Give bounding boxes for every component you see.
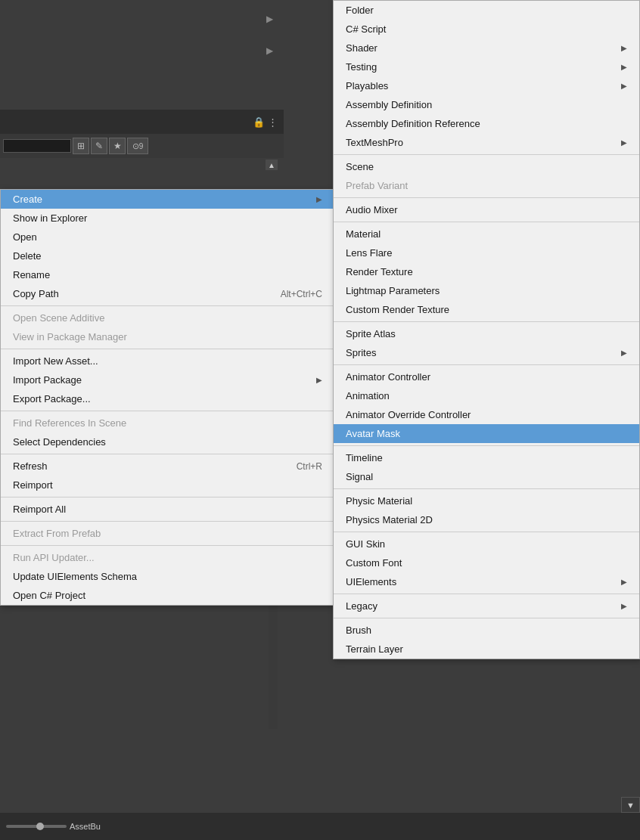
right-menu-item-physics-material-2d[interactable]: Physics Material 2D: [334, 510, 639, 529]
right-menu-item-audio-mixer[interactable]: Audio Mixer: [334, 200, 639, 219]
icon-btn-2[interactable]: ✎: [91, 138, 107, 154]
menu-item-label: Testing: [346, 61, 377, 73]
left-menu-item-create[interactable]: Create▶: [1, 190, 334, 209]
left-menu-item-delete[interactable]: Delete: [1, 246, 334, 265]
menu-item-label: Reimport All: [13, 504, 66, 515]
right-menu-item-uielements[interactable]: UIElements▶: [334, 572, 639, 591]
left-menu-item-show-in-explorer[interactable]: Show in Explorer: [1, 209, 334, 228]
left-menu-item-update-uielements[interactable]: Update UIElements Schema: [1, 567, 334, 586]
left-menu-item-open[interactable]: Open: [1, 228, 334, 246]
right-menu-item-custom-render-texture[interactable]: Custom Render Texture: [334, 300, 639, 319]
menu-item-label: Assembly Definition Reference: [346, 118, 480, 129]
menu-item-label: Avatar Mask: [346, 428, 400, 439]
right-menu-item-signal[interactable]: Signal: [334, 467, 639, 486]
menu-separator: [334, 532, 639, 532]
right-menu-item-physic-material[interactable]: Physic Material: [334, 491, 639, 510]
right-menu-item-testing[interactable]: Testing▶: [334, 57, 639, 76]
right-menu-item-render-texture[interactable]: Render Texture: [334, 262, 639, 281]
badge-btn[interactable]: ⊙ 9: [127, 138, 148, 154]
left-menu-item-import-new-asset[interactable]: Import New Asset...: [1, 352, 334, 370]
menu-item-label: Find References In Scene: [13, 417, 126, 429]
right-menu-item-shader[interactable]: Shader▶: [334, 39, 639, 57]
menu-item-label: Scene: [346, 161, 374, 172]
right-context-menu: FolderC# ScriptShader▶Testing▶Playables▶…: [333, 0, 640, 659]
menu-separator: [334, 445, 639, 446]
asset-label: AssetBu: [70, 822, 101, 831]
submenu-arrow-icon: ▶: [621, 349, 627, 357]
menu-item-label: Lens Flare: [346, 247, 392, 259]
menu-separator: [1, 411, 334, 411]
right-menu-item-custom-font[interactable]: Custom Font: [334, 553, 639, 572]
left-menu-item-export-package[interactable]: Export Package...: [1, 389, 334, 408]
right-menu-item-material[interactable]: Material: [334, 225, 639, 243]
right-menu-item-csharp-script[interactable]: C# Script: [334, 20, 639, 39]
left-menu-item-extract-from-prefab: Extract From Prefab: [1, 524, 334, 543]
right-menu-item-brush[interactable]: Brush: [334, 621, 639, 640]
right-menu-item-terrain-layer[interactable]: Terrain Layer: [334, 640, 639, 659]
right-menu-item-avatar-mask[interactable]: Avatar Mask: [334, 424, 639, 443]
left-menu-item-open-csharp[interactable]: Open C# Project: [1, 586, 334, 605]
submenu-arrow-icon: ▶: [621, 602, 627, 610]
submenu-arrow-icon: ▶: [621, 138, 627, 147]
menu-item-shortcut: Ctrl+R: [297, 461, 322, 472]
right-menu-item-gui-skin[interactable]: GUI Skin: [334, 535, 639, 553]
left-menu-item-rename[interactable]: Rename: [1, 265, 334, 284]
menu-separator: [1, 521, 334, 522]
menu-item-label: TextMeshPro: [346, 137, 403, 148]
left-context-menu: Create▶Show in ExplorerOpenDeleteRenameC…: [0, 189, 335, 606]
right-menu-item-lens-flare[interactable]: Lens Flare: [334, 243, 639, 262]
icon-btn-1[interactable]: ⊞: [73, 138, 89, 154]
asset-button[interactable]: ▼: [621, 797, 640, 813]
right-menu-item-assembly-definition-reference[interactable]: Assembly Definition Reference: [334, 114, 639, 133]
right-menu-item-animator-controller[interactable]: Animator Controller: [334, 367, 639, 386]
right-menu-item-animation[interactable]: Animation: [334, 386, 639, 405]
menu-separator: [334, 618, 639, 618]
left-menu-item-select-dependencies[interactable]: Select Dependencies: [1, 432, 334, 451]
left-menu-item-reimport-all[interactable]: Reimport All: [1, 500, 334, 519]
menu-item-label: Copy Path: [13, 288, 59, 299]
menu-item-label: Delete: [13, 250, 42, 262]
scroll-up-arrow[interactable]: ▲: [266, 160, 278, 170]
right-menu-item-lightmap-parameters[interactable]: Lightmap Parameters: [334, 281, 639, 300]
badge-count: 9: [139, 142, 144, 150]
right-menu-item-textmeshpro[interactable]: TextMeshPro▶: [334, 133, 639, 152]
chevron-right-icon-2: ▶: [266, 45, 273, 56]
menu-dots-icon: ⋮: [268, 116, 278, 128]
menu-item-label: Legacy: [346, 600, 377, 612]
status-bar: AssetBu: [0, 813, 640, 840]
left-menu-item-copy-path[interactable]: Copy PathAlt+Ctrl+C: [1, 284, 334, 303]
lock-icon: 🔒: [253, 116, 265, 128]
left-menu-item-refresh[interactable]: RefreshCtrl+R: [1, 457, 334, 476]
search-input[interactable]: [3, 139, 71, 153]
menu-item-label: Rename: [13, 269, 50, 281]
menu-separator: [334, 364, 639, 365]
zoom-slider[interactable]: [6, 825, 67, 828]
icon-toolbar: ⊞ ✎ ★ ⊙ 9: [0, 134, 284, 158]
left-menu-item-import-package[interactable]: Import Package▶: [1, 370, 334, 389]
toolbar-area: 🔒 ⋮: [0, 110, 284, 134]
menu-item-label: Import Package: [13, 374, 82, 386]
icon-btn-3[interactable]: ★: [109, 138, 126, 154]
right-menu-item-timeline[interactable]: Timeline: [334, 448, 639, 467]
menu-item-label: Reimport: [13, 479, 53, 491]
menu-item-label: Create: [13, 194, 42, 205]
right-menu-item-legacy[interactable]: Legacy▶: [334, 597, 639, 615]
right-menu-item-assembly-definition[interactable]: Assembly Definition: [334, 95, 639, 114]
menu-item-label: Open: [13, 231, 37, 243]
menu-item-label: Physic Material: [346, 495, 412, 507]
right-menu-item-sprite-atlas[interactable]: Sprite Atlas: [334, 324, 639, 343]
left-menu-item-reimport[interactable]: Reimport: [1, 476, 334, 494]
asset-button-label: ▼: [626, 801, 635, 810]
menu-item-label: Show in Explorer: [13, 212, 87, 224]
menu-item-label: Lightmap Parameters: [346, 285, 440, 296]
right-menu-item-playables[interactable]: Playables▶: [334, 76, 639, 95]
menu-item-label: Sprites: [346, 347, 376, 358]
right-menu-item-scene[interactable]: Scene: [334, 157, 639, 176]
submenu-arrow-icon: ▶: [621, 82, 627, 90]
right-menu-item-animator-override-controller[interactable]: Animator Override Controller: [334, 405, 639, 424]
menu-item-label: Open C# Project: [13, 590, 85, 601]
right-menu-item-sprites[interactable]: Sprites▶: [334, 343, 639, 362]
right-menu-item-folder[interactable]: Folder: [334, 1, 639, 20]
menu-item-label: Render Texture: [346, 266, 413, 277]
menu-item-label: GUI Skin: [346, 538, 385, 550]
